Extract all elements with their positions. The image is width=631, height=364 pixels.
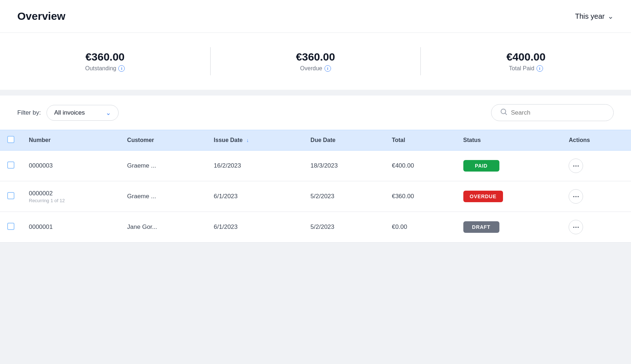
row-customer: Jane Gor... <box>120 212 207 243</box>
col-due-date: Due Date <box>303 130 385 151</box>
row-actions: ⋯ <box>561 181 631 212</box>
outstanding-label-row: Outstanding i <box>85 65 125 72</box>
row-actions: ⋯ <box>561 212 631 243</box>
overview-header: Overview This year ⌄ <box>0 0 631 33</box>
total-paid-label: Total Paid <box>509 65 534 72</box>
stats-section: €360.00 Outstanding i €360.00 Overdue i … <box>0 33 631 90</box>
select-all-header <box>0 130 22 151</box>
row-status: OVERDUE <box>456 181 562 212</box>
row-due-date: 18/3/2023 <box>303 151 385 181</box>
row-due-date: 5/2/2023 <box>303 212 385 243</box>
table-header-row: Number Customer Issue Date ↓ Due Date To… <box>0 130 631 151</box>
row-issue-date: 16/2/2023 <box>207 151 303 181</box>
filter-row: Filter by: All invoices ⌄ <box>17 105 119 121</box>
sort-icon: ↓ <box>246 137 249 143</box>
row-checkbox-cell <box>0 212 22 243</box>
row-checkbox[interactable] <box>7 223 14 230</box>
search-icon <box>500 108 507 117</box>
table-row: 0000001 Jane Gor... 6/1/2023 5/2/2023 €0… <box>0 212 631 243</box>
col-number: Number <box>22 130 120 151</box>
row-total: €360.00 <box>385 181 456 212</box>
total-paid-amount: €400.00 <box>506 51 545 63</box>
overdue-amount: €360.00 <box>296 51 335 63</box>
stat-overdue: €360.00 Overdue i <box>211 47 421 75</box>
row-customer: Graeme ... <box>120 151 207 181</box>
row-status: PAID <box>456 151 562 181</box>
col-actions: Actions <box>561 130 631 151</box>
chevron-down-icon: ⌄ <box>608 12 614 21</box>
period-label: This year <box>575 12 605 21</box>
col-total: Total <box>385 130 456 151</box>
row-issue-date: 6/1/2023 <box>207 212 303 243</box>
outstanding-info-icon[interactable]: i <box>118 65 125 72</box>
filter-dropdown[interactable]: All invoices ⌄ <box>47 105 119 121</box>
row-number: 0000002 Recurring 1 of 12 <box>22 181 120 212</box>
actions-button[interactable]: ⋯ <box>569 220 583 234</box>
row-status: DRAFT <box>456 212 562 243</box>
status-badge: OVERDUE <box>463 191 503 202</box>
filter-chevron-icon: ⌄ <box>106 109 111 117</box>
invoice-table-wrapper: Number Customer Issue Date ↓ Due Date To… <box>0 130 631 243</box>
total-paid-label-row: Total Paid i <box>509 65 543 72</box>
search-box <box>491 104 614 121</box>
total-paid-info-icon[interactable]: i <box>537 65 543 72</box>
stat-outstanding: €360.00 Outstanding i <box>0 47 211 75</box>
page-wrapper: Overview This year ⌄ €360.00 Outstanding… <box>0 0 631 243</box>
page-title: Overview <box>17 10 65 22</box>
svg-line-1 <box>505 113 507 115</box>
row-checkbox-cell <box>0 151 22 181</box>
search-input[interactable] <box>511 109 605 116</box>
select-all-checkbox[interactable] <box>7 136 14 143</box>
actions-button[interactable]: ⋯ <box>569 159 583 173</box>
row-customer: Graeme ... <box>120 181 207 212</box>
row-checkbox[interactable] <box>7 161 14 169</box>
col-issue-date[interactable]: Issue Date ↓ <box>207 130 303 151</box>
row-checkbox[interactable] <box>7 192 14 199</box>
row-issue-date: 6/1/2023 <box>207 181 303 212</box>
table-row: 0000003 Graeme ... 16/2/2023 18/3/2023 €… <box>0 151 631 181</box>
row-actions: ⋯ <box>561 151 631 181</box>
row-due-date: 5/2/2023 <box>303 181 385 212</box>
actions-button[interactable]: ⋯ <box>569 189 583 204</box>
recurring-label: Recurring 1 of 12 <box>29 198 113 203</box>
col-status: Status <box>456 130 562 151</box>
row-checkbox-cell <box>0 181 22 212</box>
filter-by-label: Filter by: <box>17 109 41 116</box>
row-number: 0000001 <box>22 212 120 243</box>
filter-selected-value: All invoices <box>54 109 85 116</box>
invoice-table: Number Customer Issue Date ↓ Due Date To… <box>0 130 631 243</box>
status-badge: DRAFT <box>463 221 499 233</box>
period-selector[interactable]: This year ⌄ <box>575 12 614 21</box>
overdue-label: Overdue <box>300 65 322 72</box>
row-total: €0.00 <box>385 212 456 243</box>
row-number: 0000003 <box>22 151 120 181</box>
overdue-label-row: Overdue i <box>300 65 331 72</box>
status-badge: PAID <box>463 160 499 172</box>
col-customer: Customer <box>120 130 207 151</box>
filter-search-section: Filter by: All invoices ⌄ <box>0 96 631 130</box>
table-row: 0000002 Recurring 1 of 12 Graeme ... 6/1… <box>0 181 631 212</box>
outstanding-label: Outstanding <box>85 65 116 72</box>
row-total: €400.00 <box>385 151 456 181</box>
stat-total-paid: €400.00 Total Paid i <box>421 47 631 75</box>
outstanding-amount: €360.00 <box>85 51 124 63</box>
overdue-info-icon[interactable]: i <box>325 65 331 72</box>
